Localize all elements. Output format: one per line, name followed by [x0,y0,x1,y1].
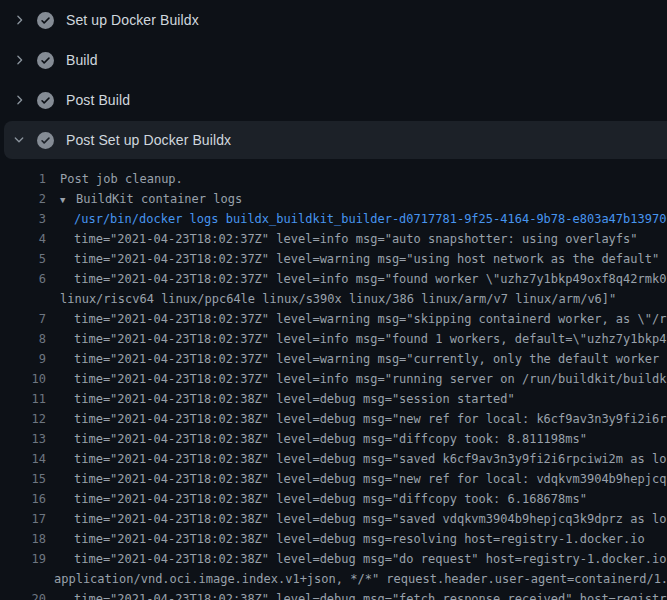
line-number[interactable]: 19 [0,549,46,569]
step-header-build[interactable]: Build [0,40,667,80]
check-circle-icon [37,52,54,69]
line-number [0,569,46,589]
step-title: Post Set up Docker Buildx [66,132,231,148]
line-number[interactable]: 11 [0,389,46,409]
log-text: time="2021-04-23T18:02:38Z" level=debug … [46,489,587,509]
log-text: time="2021-04-23T18:02:38Z" level=debug … [46,549,667,569]
log-text: time="2021-04-23T18:02:38Z" level=debug … [46,429,587,449]
log-command-text: /usr/bin/docker logs buildx_buildkit_bui… [46,209,666,229]
chevron-down-icon [12,133,26,147]
line-number[interactable]: 12 [0,409,46,429]
step-header-post-build[interactable]: Post Build [0,80,667,120]
log-line-wrap: linux/riscv64 linux/ppc64le linux/s390x … [0,289,667,309]
step-list: Set up Docker BuildxBuildPost BuildPost … [0,0,667,159]
log-line: 13time="2021-04-23T18:02:38Z" level=debu… [0,429,667,449]
line-number[interactable]: 16 [0,489,46,509]
step-header-post-set-up-docker-buildx[interactable]: Post Set up Docker Buildx [4,121,667,159]
chevron-right-icon [12,53,26,67]
log-line: 11time="2021-04-23T18:02:38Z" level=debu… [0,389,667,409]
log-line: 3/usr/bin/docker logs buildx_buildkit_bu… [0,209,667,229]
line-number[interactable]: 18 [0,529,46,549]
actions-log-panel: Set up Docker BuildxBuildPost BuildPost … [0,0,667,600]
log-text: time="2021-04-23T18:02:37Z" level=info m… [46,369,667,389]
log-line: 2▼BuildKit container logs [0,189,667,209]
group-collapse-triangle-icon[interactable]: ▼ [60,190,76,209]
log-text: time="2021-04-23T18:02:37Z" level=info m… [46,329,667,349]
log-line-wrap: application/vnd.oci.image.index.v1+json,… [0,569,667,589]
log-line: 16time="2021-04-23T18:02:38Z" level=debu… [0,489,667,509]
log-text: time="2021-04-23T18:02:38Z" level=debug … [46,529,645,549]
log-line: 12time="2021-04-23T18:02:38Z" level=debu… [0,409,667,429]
log-text: time="2021-04-23T18:02:37Z" level=warnin… [46,249,659,269]
log-line: 19time="2021-04-23T18:02:38Z" level=debu… [0,549,667,569]
log-text: time="2021-04-23T18:02:37Z" level=warnin… [46,349,667,369]
log-line: 20time="2021-04-23T18:02:38Z" level=debu… [0,589,667,600]
line-number[interactable]: 4 [0,229,46,249]
line-number[interactable]: 14 [0,449,46,469]
log-line: 18time="2021-04-23T18:02:38Z" level=debu… [0,529,667,549]
log-line: 1Post job cleanup. [0,169,667,189]
log-line: 7time="2021-04-23T18:02:37Z" level=warni… [0,309,667,329]
log-text: linux/riscv64 linux/ppc64le linux/s390x … [46,289,616,309]
line-number[interactable]: 3 [0,209,46,229]
line-number[interactable]: 1 [0,169,46,189]
log-text: time="2021-04-23T18:02:38Z" level=debug … [46,509,667,529]
line-number[interactable]: 9 [0,349,46,369]
log-text: time="2021-04-23T18:02:38Z" level=debug … [46,469,667,489]
log-line: 9time="2021-04-23T18:02:37Z" level=warni… [0,349,667,369]
log-line: 14time="2021-04-23T18:02:38Z" level=debu… [0,449,667,469]
log-text: time="2021-04-23T18:02:38Z" level=debug … [46,449,667,469]
line-number[interactable]: 8 [0,329,46,349]
log-line: 4time="2021-04-23T18:02:37Z" level=info … [0,229,667,249]
step-title: Build [66,52,98,68]
check-circle-icon [37,132,54,149]
line-number[interactable]: 20 [0,589,46,600]
line-number[interactable]: 13 [0,429,46,449]
line-number [0,289,46,309]
step-title: Post Build [66,92,130,108]
line-number[interactable]: 6 [0,269,46,289]
chevron-right-icon [12,93,26,107]
log-text: time="2021-04-23T18:02:37Z" level=info m… [46,269,667,289]
group-label: BuildKit container logs [76,192,242,206]
log-line: 15time="2021-04-23T18:02:38Z" level=debu… [0,469,667,489]
check-circle-icon [37,12,54,29]
log-line: 6time="2021-04-23T18:02:37Z" level=info … [0,269,667,289]
line-number[interactable]: 7 [0,309,46,329]
line-number[interactable]: 2 [0,189,46,209]
log-text: application/vnd.oci.image.index.v1+json,… [46,569,667,589]
log-line: 10time="2021-04-23T18:02:37Z" level=info… [0,369,667,389]
log-lines: 1Post job cleanup.2▼BuildKit container l… [0,160,667,600]
log-line: 17time="2021-04-23T18:02:38Z" level=debu… [0,509,667,529]
log-text: Post job cleanup. [46,169,183,189]
step-title: Set up Docker Buildx [66,12,199,28]
log-text: ▼BuildKit container logs [46,189,242,209]
chevron-right-icon [12,13,26,27]
log-text: time="2021-04-23T18:02:37Z" level=info m… [46,229,638,249]
check-circle-icon [37,92,54,109]
step-header-set-up-docker-buildx[interactable]: Set up Docker Buildx [0,0,667,40]
log-text: time="2021-04-23T18:02:38Z" level=debug … [46,409,667,429]
line-number[interactable]: 15 [0,469,46,489]
log-text: time="2021-04-23T18:02:38Z" level=debug … [46,389,515,409]
log-line: 8time="2021-04-23T18:02:37Z" level=info … [0,329,667,349]
log-text: time="2021-04-23T18:02:38Z" level=debug … [46,589,667,600]
line-number[interactable]: 10 [0,369,46,389]
line-number[interactable]: 17 [0,509,46,529]
line-number[interactable]: 5 [0,249,46,269]
log-text: time="2021-04-23T18:02:37Z" level=warnin… [46,309,667,329]
log-line: 5time="2021-04-23T18:02:37Z" level=warni… [0,249,667,269]
